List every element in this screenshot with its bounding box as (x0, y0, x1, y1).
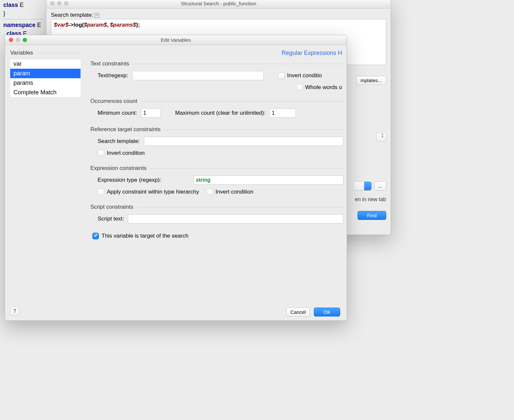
list-item[interactable]: Complete Match (10, 88, 81, 97)
window-title: Structural Search - public_function (46, 1, 391, 6)
zoom-icon (64, 1, 68, 6)
min-count-input[interactable] (141, 108, 161, 118)
open-in-new-tab-label: en in new tab (355, 197, 386, 202)
list-item[interactable]: var (10, 59, 81, 69)
ref-invert-checkbox[interactable]: Invert condition (98, 150, 145, 156)
section-title-script: Script constraints (90, 204, 133, 210)
more-button[interactable]: ... (374, 181, 386, 191)
ref-template-input[interactable] (144, 137, 343, 146)
min-count-label: Minimum count: (98, 110, 137, 116)
expr-invert-checkbox[interactable]: Invert condition (206, 189, 253, 195)
stepper-icon: ▲▼ (381, 133, 384, 138)
ok-button[interactable]: OK (314, 308, 340, 316)
dropdown[interactable]: ▲▼ (353, 181, 372, 191)
invert-condition-checkbox[interactable]: Invert conditio (278, 72, 322, 79)
target-of-search-checkbox[interactable]: This variable is target of the search (92, 233, 189, 239)
cancel-button[interactable]: Cancel (286, 308, 310, 316)
minimize-icon (57, 1, 61, 6)
apply-hierarchy-checkbox[interactable]: Apply constraint within type hierarchy (98, 189, 199, 195)
variables-list[interactable]: var param params Complete Match (10, 59, 81, 98)
section-title-occ: Occurrences count (90, 98, 137, 105)
list-item[interactable]: param (10, 69, 81, 78)
whole-words-checkbox[interactable]: Whole words o (296, 84, 342, 91)
variables-header: Variables (10, 50, 33, 56)
section-title-ref: Reference target constraints (90, 126, 161, 133)
close-icon (50, 1, 55, 6)
close-icon[interactable] (9, 38, 13, 42)
window-title: Edit Variables (5, 37, 347, 43)
max-count-input[interactable] (269, 108, 296, 118)
expr-type-label: Expression type (regexp): (98, 177, 190, 183)
help-button[interactable]: ? (10, 307, 19, 316)
minimize-icon[interactable] (16, 38, 20, 42)
search-template-label: Search template: (51, 12, 386, 18)
script-text-input[interactable] (128, 214, 343, 223)
find-button[interactable]: Find (358, 211, 386, 220)
constraints-panel: Regular Expressions H Text constraints T… (85, 45, 347, 320)
editor-background: class E } namespace E class E (0, 0, 46, 38)
section-title-expr: Expression constraints (90, 165, 147, 172)
script-text-label: Script text: (98, 216, 124, 222)
titlebar[interactable]: Edit Variables (5, 35, 347, 45)
ref-template-label: Search template: (98, 138, 140, 145)
max-count-label: Maximum count (clear for unlimited): (175, 110, 266, 116)
regex-help-link[interactable]: Regular Expressions H (90, 50, 343, 57)
zoom-icon[interactable] (23, 38, 27, 42)
section-title-text: Text constraints (90, 60, 129, 67)
variables-sidebar: Variables var param params Complete Matc… (5, 45, 85, 320)
edit-variables-window: Edit Variables Variables var param param… (5, 35, 347, 321)
list-item[interactable]: params (10, 78, 81, 88)
templates-button[interactable]: mplates... (356, 76, 386, 85)
expr-type-input[interactable] (194, 175, 343, 185)
text-regexp-label: Text/regexp: (98, 72, 128, 79)
titlebar[interactable]: Structural Search - public_function (46, 0, 391, 9)
text-regexp-input[interactable] (132, 71, 264, 80)
